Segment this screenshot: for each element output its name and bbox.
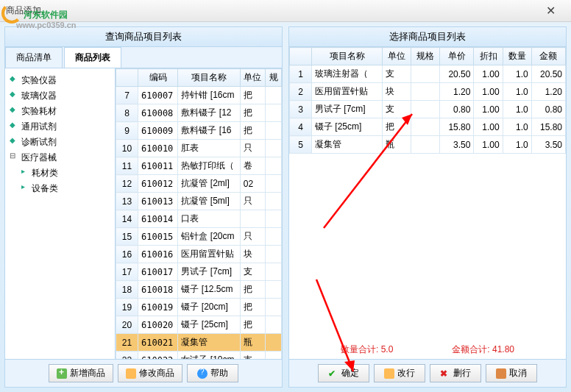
rcol-qty[interactable]: 数量 xyxy=(503,48,531,65)
ok-button[interactable]: 确定 xyxy=(318,364,369,382)
tabs: 商品清单 商品列表 xyxy=(5,47,282,68)
edit-row-button[interactable]: 改行 xyxy=(374,364,425,382)
left-panel-header: 查询商品项目列表 xyxy=(5,27,282,47)
add-product-button[interactable]: 新增商品 xyxy=(49,364,113,382)
check-icon xyxy=(328,368,338,379)
tree-item[interactable]: 实验仪器 xyxy=(8,73,112,88)
category-tree: 实验仪器 玻璃仪器 实验耗材 通用试剂 诊断试剂 医疗器械 耗材类 设备类 xyxy=(5,68,116,359)
table-row[interactable]: 12610012抗凝管 [2ml]02 xyxy=(116,175,282,193)
tree-item-expand[interactable]: 医疗器械 xyxy=(8,150,112,165)
left-panel: 查询商品项目列表 商品清单 商品列表 实验仪器 玻璃仪器 实验耗材 通用试剂 诊… xyxy=(4,26,283,388)
table-row[interactable]: 20610020镊子 [25cm]把 xyxy=(116,316,282,334)
edit-product-button[interactable]: 修改商品 xyxy=(118,364,182,382)
close-icon[interactable]: ✕ xyxy=(536,4,565,18)
table-row[interactable]: 18610018镊子 [12.5cm把 xyxy=(116,281,282,299)
table-row[interactable]: 2医用留置针贴块1.201.001.01.20 xyxy=(290,83,566,101)
table-row[interactable]: 9610009敷料镊子 [16把 xyxy=(116,122,282,140)
rcol-name[interactable]: 项目名称 xyxy=(312,48,383,65)
right-panel-header: 选择商品项目列表 xyxy=(289,27,566,47)
summary-row: 数量合计: 5.0 金额合计: 41.80 xyxy=(289,341,566,359)
col-spec[interactable]: 规 xyxy=(266,69,282,87)
table-row[interactable]: 15610015铝针盒 [20cm只 xyxy=(116,228,282,246)
col-code[interactable]: 编码 xyxy=(138,69,178,87)
left-grid[interactable]: 编码 项目名称 单位 规 7610007持针钳 [16cm把8610008敷料镊… xyxy=(116,68,282,359)
rcol-spec[interactable]: 规格 xyxy=(411,48,440,65)
tree-sub-item[interactable]: 设备类 xyxy=(8,181,112,196)
tree-item[interactable]: 实验耗材 xyxy=(8,104,112,119)
table-row[interactable]: 17610017男试子 [7cm]支 xyxy=(116,263,282,281)
tree-item[interactable]: 玻璃仪器 xyxy=(8,88,112,104)
table-row[interactable]: 5凝集管瓶3.501.001.03.50 xyxy=(290,136,566,154)
titlebar: 商品添加 ✕ xyxy=(0,0,571,22)
col-unit[interactable]: 单位 xyxy=(240,69,265,87)
edit-icon xyxy=(384,368,394,379)
cancel-button[interactable]: 取消 xyxy=(486,364,537,382)
help-button[interactable]: 帮助 xyxy=(187,364,238,382)
table-row[interactable]: 10610010肛表只 xyxy=(116,140,282,157)
tree-sub-item[interactable]: 耗材类 xyxy=(8,165,112,181)
delete-row-button[interactable]: 删行 xyxy=(430,364,481,382)
table-row[interactable]: 14610014口表 xyxy=(116,210,282,228)
table-row[interactable]: 16610016医用留置针贴块 xyxy=(116,246,282,263)
rcol-unit[interactable]: 单位 xyxy=(383,48,411,65)
right-grid[interactable]: 项目名称 单位 规格 单价 折扣 数量 金额 1玻璃注射器（支20.501.00… xyxy=(289,47,566,341)
rcol-amt[interactable]: 金额 xyxy=(531,48,565,65)
table-row[interactable]: 8610008敷料镊子 [12把 xyxy=(116,104,282,122)
tree-item[interactable]: 通用试剂 xyxy=(8,119,112,135)
col-name[interactable]: 项目名称 xyxy=(178,69,240,87)
add-icon xyxy=(57,368,67,379)
window-title: 商品添加 xyxy=(6,4,536,17)
table-row[interactable]: 21610021凝集管瓶 xyxy=(116,334,282,352)
table-row[interactable]: 13610013抗凝管 [5ml]只 xyxy=(116,193,282,210)
tree-item[interactable]: 诊断试剂 xyxy=(8,135,112,150)
table-row[interactable]: 7610007持针钳 [16cm把 xyxy=(116,87,282,104)
cancel-icon xyxy=(496,368,506,379)
table-row[interactable]: 3男试子 [7cm]支0.801.001.00.80 xyxy=(290,101,566,118)
table-row[interactable]: 4镊子 [25cm]把15.801.001.015.80 xyxy=(290,118,566,136)
tab-product-list[interactable]: 商品清单 xyxy=(5,47,63,68)
help-icon xyxy=(197,368,208,379)
delete-icon xyxy=(440,368,450,379)
table-row[interactable]: 22610022女试子 [10cm支 xyxy=(116,352,282,360)
rcol-price[interactable]: 单价 xyxy=(440,48,474,65)
edit-icon xyxy=(126,368,136,379)
table-row[interactable]: 19610019镊子 [20cm]把 xyxy=(116,299,282,316)
table-row[interactable]: 1玻璃注射器（支20.501.001.020.50 xyxy=(290,65,566,83)
right-panel: 选择商品项目列表 项目名称 单位 规格 单价 折扣 数量 金额 1玻璃注射器（支… xyxy=(288,26,567,388)
table-row[interactable]: 11610011热敏打印纸（卷 xyxy=(116,157,282,175)
rcol-disc[interactable]: 折扣 xyxy=(474,48,503,65)
tab-product-table[interactable]: 商品列表 xyxy=(64,47,121,68)
